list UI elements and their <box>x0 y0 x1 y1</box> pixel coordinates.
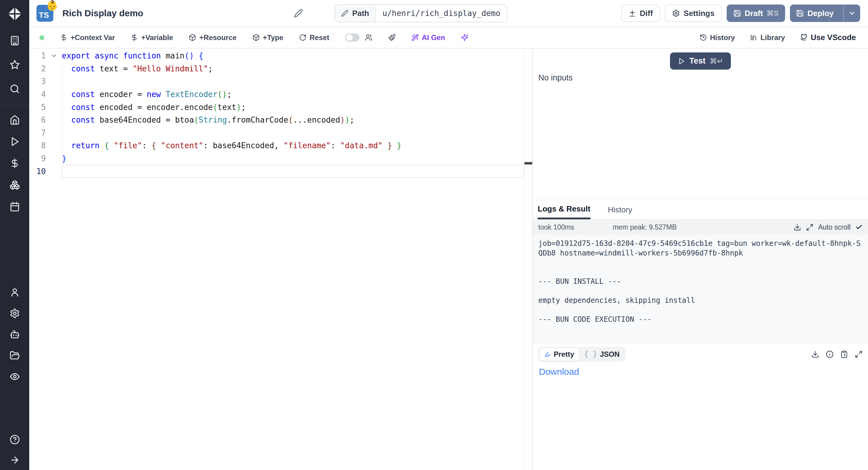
download-result-icon[interactable] <box>811 350 819 358</box>
user-icon[interactable] <box>10 287 20 297</box>
home-icon[interactable] <box>10 115 20 125</box>
download-result-link[interactable]: Download <box>539 367 579 377</box>
add-context-var-label: +Context Var <box>70 33 115 42</box>
line-number: 2 <box>29 64 46 73</box>
copy-clipboard-icon[interactable] <box>840 350 848 358</box>
draft-shortcut: ⌘S <box>767 9 778 18</box>
reset-label: Reset <box>310 33 329 42</box>
help-icon[interactable] <box>10 434 20 445</box>
add-resource-button[interactable]: +Resource <box>189 33 236 42</box>
rotate-reset-icon <box>299 34 307 41</box>
expand-logs-icon[interactable] <box>806 224 813 231</box>
collaboration-toggle[interactable] <box>345 33 360 41</box>
code-lines[interactable]: 1export async function main() {2 const t… <box>29 49 532 178</box>
code-editor[interactable]: 1export async function main() {2 const t… <box>29 49 532 470</box>
json-view-option[interactable]: { } JSON <box>579 348 624 361</box>
code-line[interactable]: 10 <box>29 165 532 178</box>
no-inputs-text: No inputs <box>533 73 868 83</box>
autoscroll-label[interactable]: Auto scroll <box>818 223 850 231</box>
line-number: 6 <box>29 115 46 124</box>
code-line[interactable]: 4 const encoder = new TextEncoder(); <box>29 88 532 101</box>
test-button[interactable]: Test ⌘↵ <box>670 53 731 70</box>
audit-eye-icon[interactable] <box>10 372 20 382</box>
diff-label: Diff <box>640 9 653 18</box>
schedules-calendar-icon[interactable] <box>10 201 20 212</box>
magic-wand-icon <box>411 34 419 41</box>
ai-sparkles-button[interactable] <box>461 34 468 41</box>
path-editor[interactable]: Path u/henri/rich_display_demo <box>335 4 507 22</box>
log-actions: Auto scroll <box>794 223 863 231</box>
package-icon <box>189 34 196 41</box>
add-variable-label: +Variable <box>141 33 173 42</box>
top-header: TS 👶 Rich Display demo Path u/henri/rich… <box>29 0 868 27</box>
code-text: const text = "Hello Windmill"; <box>62 64 213 73</box>
collab-group <box>345 33 373 41</box>
editor-overview-ruler[interactable] <box>524 49 532 470</box>
code-line[interactable]: 1export async function main() { <box>29 50 532 62</box>
code-line[interactable]: 8 return { "file": { "content": base64En… <box>29 139 532 152</box>
variables-dollar-icon[interactable] <box>10 158 20 168</box>
add-context-var-button[interactable]: +Context Var <box>60 33 115 42</box>
run-meta-bar: took 100ms mem peak: 9.527MB Auto scroll <box>533 220 868 235</box>
line-number: 3 <box>29 77 46 86</box>
toggle-knob <box>346 34 352 41</box>
diff-icon <box>628 9 636 17</box>
workers-bot-icon[interactable] <box>10 329 20 340</box>
logs-section: Logs & Result History took 100ms mem pea… <box>533 200 868 470</box>
deploy-main[interactable]: Deploy <box>790 4 840 22</box>
result-actions <box>811 350 863 358</box>
add-type-button[interactable]: +Type <box>252 33 283 42</box>
settings-gear-icon[interactable] <box>10 308 20 318</box>
test-shortcut: ⌘↵ <box>710 57 723 65</box>
tab-logs-result[interactable]: Logs & Result <box>538 200 590 219</box>
folders-icon[interactable] <box>10 350 20 361</box>
dollar-icon <box>60 34 67 41</box>
format-paintbrush-button[interactable] <box>388 34 396 41</box>
runs-play-icon[interactable] <box>10 136 20 147</box>
download-logs-icon[interactable] <box>794 224 801 231</box>
workspace-building-icon[interactable] <box>10 36 20 46</box>
tab-history[interactable]: History <box>608 200 632 219</box>
add-variable-button[interactable]: +Variable <box>130 33 173 42</box>
path-label-segment: Path <box>335 5 375 22</box>
play-icon <box>678 58 685 65</box>
path-label: Path <box>352 9 369 18</box>
history-button[interactable]: History <box>700 33 735 42</box>
draft-label: Draft <box>745 9 763 18</box>
reset-button[interactable]: Reset <box>299 33 329 42</box>
fullscreen-result-icon[interactable] <box>855 350 863 358</box>
code-text: export async function main() { <box>62 51 204 60</box>
sparkles-icon <box>461 34 468 41</box>
code-line[interactable]: 7 <box>29 127 532 139</box>
resources-boxes-icon[interactable] <box>10 180 20 190</box>
fold-chevron-icon[interactable] <box>46 52 62 59</box>
code-line[interactable]: 5 const encoded = encoder.encode(text); <box>29 101 532 114</box>
pretty-view-option[interactable]: Pretty <box>539 348 579 361</box>
expand-sidebar-arrow-icon[interactable] <box>10 455 20 465</box>
search-icon[interactable] <box>10 84 20 94</box>
deploy-button[interactable]: Deploy <box>790 4 860 22</box>
settings-button[interactable]: Settings <box>665 4 722 22</box>
favorites-star-icon[interactable] <box>10 60 20 70</box>
draft-button[interactable]: Draft ⌘S <box>727 4 785 22</box>
path-value[interactable]: u/henri/rich_display_demo <box>376 5 507 22</box>
result-tabs: Logs & Result History <box>533 200 868 220</box>
add-resource-label: +Resource <box>199 33 236 42</box>
code-line[interactable]: 9} <box>29 152 532 165</box>
save-icon <box>796 9 804 17</box>
edit-summary-pencil-icon[interactable] <box>294 9 303 18</box>
code-line[interactable]: 3 <box>29 75 532 88</box>
windmill-logo[interactable] <box>7 6 23 22</box>
code-text: const encoder = new TextEncoder(); <box>62 90 232 99</box>
diff-button[interactable]: Diff <box>621 4 660 22</box>
use-vscode-button[interactable]: Use VScode <box>800 33 856 42</box>
code-line[interactable]: 6 const base64Encoded = btoa(String.from… <box>29 114 532 127</box>
info-icon[interactable] <box>826 350 834 358</box>
deploy-dropdown-toggle[interactable] <box>843 4 860 22</box>
log-output[interactable]: job=01912d75-163d-8204-47c9-5469c516cb1e… <box>533 235 868 343</box>
code-line[interactable]: 2 const text = "Hello Windmill"; <box>29 62 532 75</box>
autoscroll-check-icon[interactable] <box>855 224 863 231</box>
ai-gen-button[interactable]: AI Gen <box>411 33 445 42</box>
library-button[interactable]: Library <box>750 33 785 42</box>
run-duration: took 100ms <box>538 223 574 231</box>
